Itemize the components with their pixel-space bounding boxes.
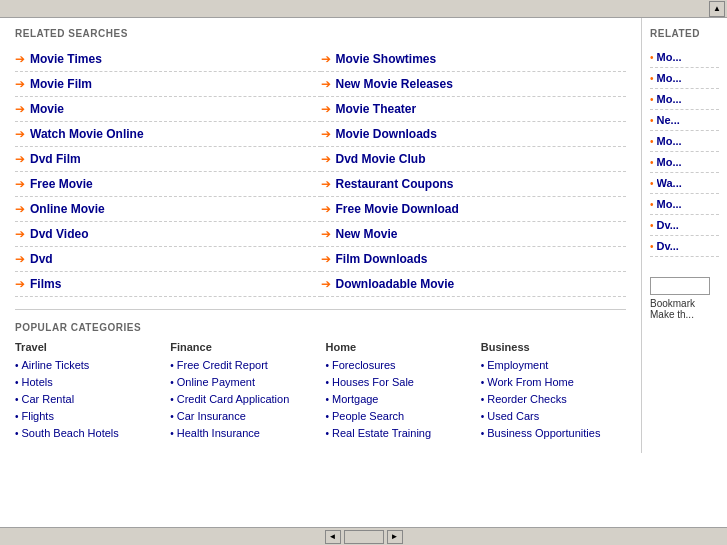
foreclosures-link[interactable]: Foreclosures [332,359,396,371]
arrow-icon: ➔ [15,127,25,141]
online-payment-link[interactable]: Online Payment [177,376,255,388]
arrow-icon: ➔ [321,177,331,191]
list-item: ➔ Restaurant Coupons [321,172,627,197]
list-item: ➔ Movie [15,97,321,122]
arrow-icon: • [650,178,654,189]
list-item: Car Insurance [170,409,315,423]
related-searches-title: RELATED SEARCHES [15,28,626,39]
south-beach-hotels-link[interactable]: South Beach Hotels [22,427,119,439]
right-dvd-video-link[interactable]: Dv... [657,240,679,252]
list-item: • Dv... [650,215,719,236]
right-link-5[interactable]: Mo... [657,135,682,147]
arrow-icon: ➔ [321,227,331,241]
travel-links: Airline Tickets Hotels Car Rental Flight… [15,358,160,440]
right-link-2[interactable]: Mo... [657,72,682,84]
free-movie-link[interactable]: Free Movie [30,177,93,191]
online-movie-link[interactable]: Online Movie [30,202,105,216]
movie-film-link[interactable]: Movie Film [30,77,92,91]
watch-movie-online-link[interactable]: Watch Movie Online [30,127,144,141]
list-item: Business Opportunities [481,426,626,440]
arrow-icon: ➔ [321,102,331,116]
right-link-6[interactable]: Mo... [657,156,682,168]
car-insurance-link[interactable]: Car Insurance [177,410,246,422]
movie-showtimes-link[interactable]: Movie Showtimes [336,52,437,66]
home-links: Foreclosures Houses For Sale Mortgage Pe… [326,358,471,440]
category-finance: Finance Free Credit Report Online Paymen… [170,341,315,443]
movie-theater-link[interactable]: Movie Theater [336,102,417,116]
real-estate-training-link[interactable]: Real Estate Training [332,427,431,439]
arrow-icon: ➔ [15,252,25,266]
reorder-checks-link[interactable]: Reorder Checks [487,393,566,405]
free-credit-report-link[interactable]: Free Credit Report [177,359,268,371]
arrow-icon: ➔ [15,152,25,166]
right-related-title: RELATED [650,28,719,39]
airline-tickets-link[interactable]: Airline Tickets [22,359,90,371]
flights-link[interactable]: Flights [22,410,54,422]
dvd-video-link[interactable]: Dvd Video [30,227,88,241]
health-insurance-link[interactable]: Health Insurance [177,427,260,439]
work-from-home-link[interactable]: Work From Home [487,376,574,388]
list-item: • Mo... [650,47,719,68]
houses-for-sale-link[interactable]: Houses For Sale [332,376,414,388]
movie-link[interactable]: Movie [30,102,64,116]
arrow-icon: • [650,52,654,63]
new-movie-link[interactable]: New Movie [336,227,398,241]
list-item: Free Credit Report [170,358,315,372]
list-item: Hotels [15,375,160,389]
business-opportunities-link[interactable]: Business Opportunities [487,427,600,439]
arrow-icon: • [650,220,654,231]
dvd-movie-club-link[interactable]: Dvd Movie Club [336,152,426,166]
category-business-title: Business [481,341,626,353]
new-movie-releases-link[interactable]: New Movie Releases [336,77,453,91]
arrow-icon: ➔ [321,52,331,66]
right-movie-times-link[interactable]: Mo... [657,51,682,63]
arrow-icon: • [650,136,654,147]
right-link-7[interactable]: Wa... [657,177,682,189]
list-item: Real Estate Training [326,426,471,440]
list-item: • Mo... [650,68,719,89]
downloadable-movie-link[interactable]: Downloadable Movie [336,277,455,291]
film-downloads-link[interactable]: Film Downloads [336,252,428,266]
list-item: • Ne... [650,110,719,131]
business-links: Employment Work From Home Reorder Checks… [481,358,626,440]
list-item: ➔ Dvd Video [15,222,321,247]
bookmark-section: Bookmark Make th... [650,277,719,320]
category-home: Home Foreclosures Houses For Sale Mortga… [326,341,471,443]
bookmark-label: Bookmark [650,298,719,309]
hotels-link[interactable]: Hotels [22,376,53,388]
popular-categories-title: POPULAR CATEGORIES [15,322,626,333]
mortgage-link[interactable]: Mortgage [332,393,378,405]
list-item: Credit Card Application [170,392,315,406]
popular-categories-section: POPULAR CATEGORIES Travel Airline Ticket… [15,322,626,443]
employment-link[interactable]: Employment [487,359,548,371]
list-item: • Mo... [650,131,719,152]
arrow-icon: • [650,241,654,252]
right-link-8[interactable]: Mo... [657,198,682,210]
bookmark-input[interactable] [650,277,710,295]
restaurant-coupons-link[interactable]: Restaurant Coupons [336,177,454,191]
category-home-title: Home [326,341,471,353]
scroll-up-btn[interactable]: ▲ [709,1,725,17]
section-divider [15,309,626,310]
movie-downloads-link[interactable]: Movie Downloads [336,127,437,141]
list-item: Online Payment [170,375,315,389]
arrow-icon: ➔ [321,252,331,266]
free-movie-download-link[interactable]: Free Movie Download [336,202,459,216]
films-link[interactable]: Films [30,277,61,291]
list-item: ➔ Dvd [15,247,321,272]
right-panel: RELATED • Mo... • Mo... • Mo... • Ne... … [642,18,727,453]
credit-card-application-link[interactable]: Credit Card Application [177,393,290,405]
people-search-link[interactable]: People Search [332,410,404,422]
dvd-film-link[interactable]: Dvd Film [30,152,81,166]
right-dvd-film-link[interactable]: Dv... [657,219,679,231]
right-new-movie-releases-link[interactable]: Ne... [657,114,680,126]
arrow-icon: ➔ [321,127,331,141]
movie-times-link[interactable]: Movie Times [30,52,102,66]
dvd-link[interactable]: Dvd [30,252,53,266]
arrow-icon: ➔ [15,77,25,91]
used-cars-link[interactable]: Used Cars [487,410,539,422]
right-link-3[interactable]: Mo... [657,93,682,105]
arrow-icon: ➔ [321,277,331,291]
car-rental-link[interactable]: Car Rental [22,393,75,405]
list-item: ➔ Dvd Movie Club [321,147,627,172]
